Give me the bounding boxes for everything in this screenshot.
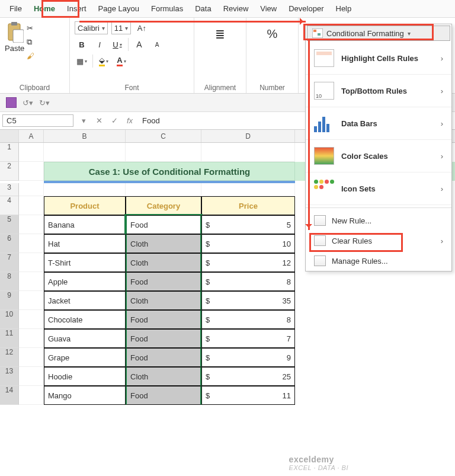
col-header-b[interactable]: B [44,130,126,142]
header-price[interactable]: Price [201,196,295,215]
row-label[interactable]: 1 [0,143,19,162]
cell-category[interactable]: Food [126,310,201,329]
menu-insert[interactable]: Insert [61,2,92,15]
select-all-cell[interactable] [0,130,19,142]
format-painter-icon[interactable]: 🖌 [27,52,34,60]
col-header-c[interactable]: C [126,130,201,142]
row-label[interactable]: 7 [0,253,19,272]
cf-color-scales[interactable]: Color Scales › [306,140,451,172]
cell-product[interactable]: T-Shirt [44,253,126,272]
cf-manage-rules[interactable]: Manage Rules... [306,251,451,271]
menu-developer[interactable]: Developer [283,2,329,15]
alignment-icon[interactable]: ≣ [215,21,225,41]
font-size-combo[interactable]: 11▾ [111,21,131,34]
decrease-font-size-icon[interactable]: A [150,38,164,51]
cell-price[interactable]: $9 [201,348,295,367]
fx-icon[interactable]: fx [122,116,137,125]
copy-icon[interactable]: ⧉ [27,37,34,47]
row-label[interactable]: 3 [0,183,19,196]
cell-product[interactable]: Chocolate [44,310,126,329]
increase-font-icon[interactable]: A↑ [134,21,149,34]
name-box[interactable]: C5 [2,114,73,127]
paste-button[interactable]: Paste [5,21,24,82]
cell-category[interactable]: Food [126,272,201,291]
menu-help[interactable]: Help [330,2,358,15]
bold-button[interactable]: B [75,38,89,51]
underline-button[interactable]: U [110,38,124,51]
cf-top-bottom-rules[interactable]: Top/Bottom Rules › [306,75,451,107]
enter-icon[interactable]: ✓ [107,116,122,125]
menu-view[interactable]: View [254,2,283,15]
cf-clear-rules[interactable]: Clear Rules › [306,231,451,251]
font-color-button[interactable]: A [114,55,129,68]
row-label[interactable]: 14 [0,386,19,405]
font-name-combo[interactable]: Calibri▾ [75,21,108,34]
cell-product[interactable]: Hat [44,234,126,253]
row-label[interactable]: 11 [0,329,19,348]
cell-product[interactable]: Grape [44,348,126,367]
cell-category[interactable]: Food [126,386,201,405]
cell-price[interactable]: $10 [201,234,295,253]
cell-category[interactable]: Food [126,215,201,234]
fill-color-button[interactable]: ⬙ [97,55,111,68]
row-label[interactable]: 13 [0,367,19,386]
cf-item-label: Data Bars [341,119,434,128]
cf-new-rule[interactable]: New Rule... [306,210,451,231]
undo-icon[interactable]: ↺▾ [23,98,33,107]
cell-product[interactable]: Hoodie [44,367,126,386]
cell-price[interactable]: $5 [201,215,295,234]
cf-data-bars[interactable]: Data Bars › [306,107,451,140]
row-label[interactable]: 6 [0,234,19,253]
sheet-title[interactable]: Case 1: Use of Conditional Formatting [44,162,295,181]
cf-icon-sets[interactable]: Icon Sets › [306,172,451,205]
italic-button[interactable]: I [92,38,107,51]
cut-icon[interactable]: ✂ [27,24,34,33]
cell-category[interactable]: Cloth [126,291,201,310]
menu-page-layout[interactable]: Page Layou [92,2,145,15]
watermark: exceldemy EXCEL · DATA · BI [289,455,348,471]
namebox-dropdown-icon[interactable]: ▾ [76,116,91,125]
cell-category[interactable]: Food [126,329,201,348]
row-label[interactable]: 8 [0,272,19,291]
header-product[interactable]: Product [44,196,126,215]
cell-price[interactable]: $12 [201,253,295,272]
menu-file[interactable]: File [4,2,28,15]
conditional-formatting-menu: Conditional Formatting ▾ Highlight Cells… [305,24,452,271]
col-header-d[interactable]: D [201,130,295,142]
row-label[interactable]: 10 [0,310,19,329]
menu-formulas[interactable]: Formulas [145,2,189,15]
cell-product[interactable]: Banana [44,215,126,234]
cell-product[interactable]: Jacket [44,291,126,310]
cell-category[interactable]: Cloth [126,234,201,253]
redo-icon[interactable]: ↻▾ [39,98,50,107]
col-header-a[interactable]: A [19,130,44,142]
cell-price[interactable]: $35 [201,291,295,310]
cell-price[interactable]: $8 [201,310,295,329]
row-label[interactable]: 4 [0,196,19,215]
cell-price[interactable]: $7 [201,329,295,348]
row-label[interactable]: 2 [0,162,19,181]
menu-home[interactable]: Home [28,2,61,15]
cell-price[interactable]: $11 [201,386,295,405]
cancel-icon[interactable]: ✕ [91,116,107,125]
conditional-formatting-button[interactable]: Conditional Formatting ▾ [307,25,450,41]
row-label[interactable]: 9 [0,291,19,310]
cell-category[interactable]: Cloth [126,253,201,272]
cell-product[interactable]: Guava [44,329,126,348]
cell-price[interactable]: $25 [201,367,295,386]
cf-highlight-cells-rules[interactable]: Highlight Cells Rules › [306,42,451,75]
cell-product[interactable]: Apple [44,272,126,291]
row-label[interactable]: 5 [0,215,19,234]
cell-product[interactable]: Mango [44,386,126,405]
increase-font-size-icon[interactable]: A [132,38,146,51]
save-icon[interactable] [6,97,17,108]
percent-icon[interactable]: % [267,21,278,41]
header-category[interactable]: Category [126,196,201,215]
menu-data[interactable]: Data [189,2,217,15]
row-label[interactable]: 12 [0,348,19,367]
cell-category[interactable]: Food [126,348,201,367]
borders-button[interactable]: ▦ [75,55,89,68]
cell-price[interactable]: $8 [201,272,295,291]
menu-review[interactable]: Review [217,2,255,15]
cell-category[interactable]: Cloth [126,367,201,386]
